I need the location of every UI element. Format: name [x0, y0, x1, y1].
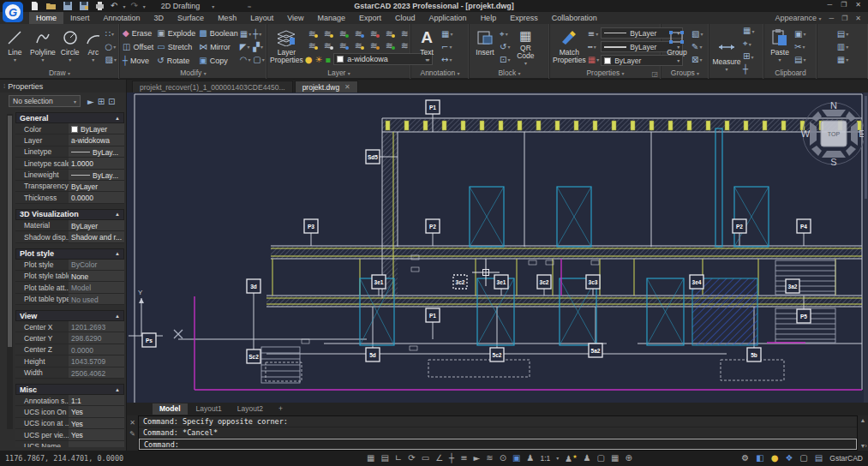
leader-button[interactable]: ⌐▾	[441, 42, 452, 52]
property-value[interactable]: Yes	[69, 429, 124, 439]
group-edit-button[interactable]: ✎▾	[691, 42, 703, 52]
property-value[interactable]: a-widokowa	[69, 134, 124, 145]
command-history[interactable]: Command: Specify opposite corner:Command…	[138, 415, 858, 451]
id-point-button[interactable]: ⌖▾	[743, 39, 754, 49]
table-button[interactable]: ▦▾	[441, 29, 452, 39]
layer-tool-14-button[interactable]: ≋	[398, 40, 412, 51]
count-button[interactable]: ⊞▾	[743, 51, 754, 62]
property-value[interactable]: 298.6290	[69, 332, 124, 343]
quick-calc-button[interactable]: ▦▾	[743, 26, 754, 36]
layer-tool-10-button[interactable]: ≋	[336, 40, 350, 51]
quick-select-icon[interactable]: ⊞	[98, 97, 105, 106]
layer-tool-5-button[interactable]: ≋	[367, 28, 381, 39]
clipboard-panel-label[interactable]: Clipboard	[764, 68, 817, 79]
annotation-visibility-icon[interactable]: ♟	[526, 453, 534, 463]
selection-dropdown[interactable]: No selection▾	[9, 95, 81, 107]
close-button[interactable]: ✕	[855, 1, 861, 9]
menu-tab-3d[interactable]: 3D	[147, 12, 171, 24]
property-value[interactable]: 1:1	[69, 395, 124, 405]
property-value[interactable]: 0.0000	[69, 344, 124, 355]
select-all-icon[interactable]: ⊡	[108, 97, 115, 106]
document-tab-active[interactable]: projekt.dwg✕	[295, 81, 358, 93]
paste-button[interactable]: Paste▾	[767, 27, 793, 68]
selection-cycling-icon[interactable]: ►	[474, 453, 481, 463]
menu-tab-insert[interactable]: Insert	[63, 12, 97, 24]
auto-scale-icon[interactable]: ♟★	[565, 451, 577, 464]
property-value[interactable]: 2506.4062	[69, 367, 124, 378]
annotation-scale[interactable]: 1:1	[540, 454, 550, 463]
arc-button[interactable]: Arc▾	[83, 27, 103, 68]
trim-button[interactable]: ┼▾	[253, 29, 264, 39]
view-tool-3-button[interactable]: ▦▾	[837, 55, 848, 65]
ellipse-tools-button[interactable]: ○▾	[105, 42, 117, 52]
collapse-icon[interactable]: ▲	[115, 387, 120, 392]
copy-base-button[interactable]: ▤▾	[794, 55, 805, 65]
scale-button[interactable]: ▢▾	[253, 55, 264, 65]
lineweight-list-button[interactable]: ≡▾	[588, 29, 599, 39]
property-value[interactable]: 1043.5709	[69, 355, 124, 366]
menu-tab-cloud[interactable]: Cloud	[388, 12, 422, 24]
section-header-general[interactable]: General▲	[15, 112, 124, 123]
text-button[interactable]: A Text▾	[414, 27, 440, 68]
block-panel-label[interactable]: Block ▾	[470, 68, 549, 79]
menu-tab-express[interactable]: Express	[503, 12, 545, 24]
section-header-3d-visualization[interactable]: 3D Visualization▲	[15, 209, 124, 220]
fillet-button[interactable]: ◤▾	[240, 42, 251, 52]
command-input[interactable]: Command:	[139, 439, 857, 450]
properties-panel-label[interactable]: Properties ▾	[550, 68, 661, 79]
layer-tool-9-button[interactable]: ≋	[320, 40, 335, 51]
polyline-button[interactable]: Polyline▾	[29, 27, 57, 68]
layer-tool-6-button[interactable]: ≋	[382, 28, 397, 39]
erase-button[interactable]: ◆Erase	[123, 27, 153, 39]
offset-button[interactable]: ◫Offset	[123, 41, 153, 52]
layer-tool-1-button[interactable]: ≋	[305, 28, 320, 39]
layer-tool-4-button[interactable]: ≋	[351, 28, 366, 39]
mirror-button[interactable]: ⋈Mirror	[199, 41, 237, 52]
object-snap-tracking-icon[interactable]: ┼	[449, 453, 454, 463]
menu-tab-view[interactable]: View	[280, 12, 310, 24]
full-screen-icon[interactable]: ▢	[799, 453, 807, 463]
clean-screen-icon[interactable]: ❖	[785, 453, 793, 463]
property-value[interactable]: Shadow and r...	[69, 231, 124, 242]
ortho-mode-icon[interactable]: ∟	[395, 453, 402, 463]
stretch-button[interactable]: ▭Stretch	[157, 41, 195, 52]
layout-tab-layout1[interactable]: Layout1	[189, 403, 229, 415]
copy-button[interactable]: ▣Copy	[199, 55, 237, 66]
collapse-icon[interactable]: ▲	[115, 116, 120, 121]
view-tool-2-button[interactable]: ▥▾	[837, 42, 848, 52]
menu-tab-annotation[interactable]: Annotation	[97, 12, 147, 24]
circle-button[interactable]: Circle▾	[58, 27, 81, 68]
property-value[interactable]: Model	[69, 282, 124, 292]
property-value[interactable]: ByLay...	[69, 170, 124, 180]
minimize-button[interactable]: ─	[827, 1, 832, 9]
polar-tracking-icon[interactable]: ⟳	[408, 453, 415, 463]
array-button[interactable]: ▦▾	[240, 29, 251, 39]
quick-select-button[interactable]: ┼	[743, 64, 754, 75]
boolean-button[interactable]: ▩Boolean	[199, 27, 237, 39]
rotate-button[interactable]: ↺Rotate	[157, 55, 195, 66]
trace-folder-icon[interactable]: ▤	[815, 453, 823, 463]
section-header-plot-style[interactable]: Plot style▲	[15, 248, 124, 260]
property-value[interactable]	[69, 441, 124, 447]
doc-minimize-button[interactable]: ─	[829, 15, 834, 22]
grid-display-icon[interactable]: ▦	[367, 453, 374, 463]
measure-button[interactable]: Measure▾	[712, 36, 741, 77]
layer-tool-3-button[interactable]: ≋	[336, 28, 350, 39]
ui-lock-icon[interactable]: ◧	[756, 453, 763, 463]
graphics-table-icon[interactable]: ▦	[611, 453, 619, 463]
chamfer-button[interactable]: ◠▾	[240, 55, 251, 65]
annotation-panel-label[interactable]: Annotation ▾	[411, 68, 469, 79]
collapse-icon[interactable]: ▲	[115, 314, 120, 319]
drawing-canvas[interactable]: P1Sd5P3P2P2P43d3e13c23e13c23c33e43a2P1P5…	[127, 93, 868, 403]
menu-tab-collaboration[interactable]: Collaboration	[545, 12, 604, 24]
menu-tab-manage[interactable]: Manage	[311, 12, 353, 24]
menu-tab-mesh[interactable]: Mesh	[211, 12, 243, 24]
layer-tool-11-button[interactable]: ≋	[351, 40, 366, 51]
layer-tool-2-button[interactable]: ≋	[320, 28, 335, 39]
modify-panel-label[interactable]: Modify ▾	[120, 68, 266, 79]
appearance-menu[interactable]: Appearance ▾	[775, 14, 821, 22]
layer-tool-12-button[interactable]: ≋	[367, 40, 381, 51]
attribute-button[interactable]: ⊡▾	[500, 55, 510, 65]
isolate-objects-icon[interactable]: ▢	[597, 453, 605, 463]
menu-tab-surface[interactable]: Surface	[171, 12, 211, 24]
